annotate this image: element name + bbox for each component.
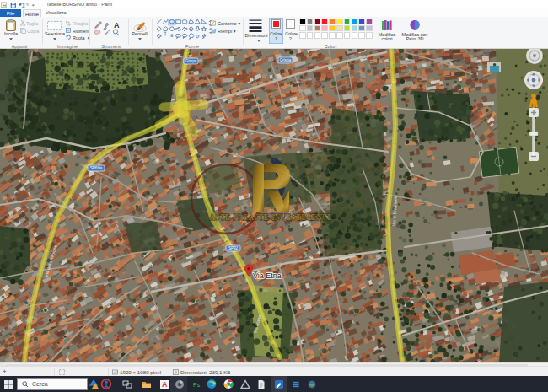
svg-text:Ps: Ps <box>193 382 201 388</box>
svg-text:A: A <box>162 380 168 389</box>
svg-text:Grispa: Grispa <box>185 59 197 63</box>
svg-text:A: A <box>114 21 120 30</box>
svg-text:Via Etna: Via Etna <box>253 271 282 280</box>
svg-text:SP6bis: SP6bis <box>90 166 103 170</box>
svg-text:Grispa: Grispa <box>280 58 292 62</box>
svg-text:SP92: SP92 <box>228 246 239 250</box>
svg-text:ASTE-PREASTE-INVESTIMENTI: ASTE-PREASTE-INVESTIMENTI <box>209 213 330 222</box>
